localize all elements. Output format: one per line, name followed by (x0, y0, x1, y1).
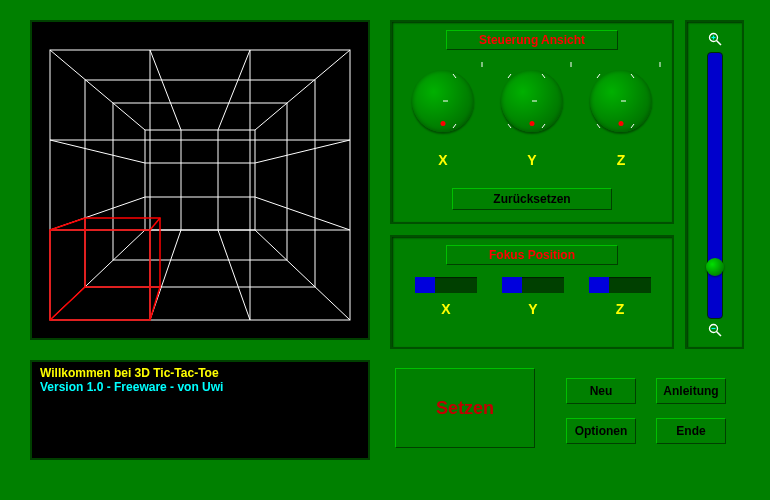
svg-line-14 (150, 50, 181, 130)
svg-line-15 (218, 50, 250, 130)
zoom-in-icon[interactable] (708, 32, 722, 46)
svg-rect-23 (113, 103, 287, 260)
svg-line-28 (150, 287, 160, 320)
dial-x[interactable] (412, 70, 474, 132)
axis-z-label: Z (617, 152, 626, 168)
svg-line-21 (255, 197, 350, 230)
status-line2: Version 1.0 - Freeware - von Uwi (40, 380, 360, 394)
svg-line-2 (50, 50, 145, 130)
dial-z[interactable] (590, 70, 652, 132)
dial-z-wrap: Z (582, 62, 660, 162)
focus-x-label: X (407, 301, 485, 317)
neu-button[interactable]: Neu (566, 378, 636, 404)
svg-rect-0 (50, 50, 350, 320)
status-box: Willkommen bei 3D Tic-Tac-Toe Version 1.… (30, 360, 370, 460)
zoom-slider-track[interactable] (707, 52, 723, 319)
svg-line-18 (50, 140, 145, 163)
focus-row: X Y Z (392, 277, 672, 337)
svg-line-19 (255, 140, 350, 163)
axis-y-label: Y (527, 152, 536, 168)
zoom-out-icon[interactable] (708, 323, 722, 337)
game-viewport[interactable] (30, 20, 370, 340)
app-window: Willkommen bei 3D Tic-Tac-Toe Version 1.… (0, 0, 770, 500)
svg-line-25 (50, 218, 85, 230)
focus-y-bar[interactable] (502, 277, 564, 293)
svg-line-5 (255, 230, 350, 320)
focus-z: Z (581, 277, 659, 297)
svg-rect-1 (145, 130, 255, 230)
zoom-panel (685, 20, 744, 349)
focus-position-panel: Fokus Position X Y Z (390, 235, 674, 349)
cube-grid (30, 20, 370, 340)
zoom-slider-thumb[interactable] (706, 258, 724, 276)
focus-x: X (407, 277, 485, 297)
svg-line-26 (150, 218, 160, 230)
focus-y-label: Y (494, 301, 572, 317)
anleitung-button[interactable]: Anleitung (656, 378, 726, 404)
svg-line-17 (218, 230, 250, 320)
ende-button[interactable]: Ende (656, 418, 726, 444)
reset-view-button[interactable]: Zurücksetzen (452, 188, 612, 210)
svg-line-55 (716, 332, 721, 337)
focus-z-bar[interactable] (589, 277, 651, 293)
view-control-panel: Steuerung Ansicht X Y Z Zurücksetzen (390, 20, 674, 224)
dial-y-wrap: Y (493, 62, 571, 162)
dial-y[interactable] (501, 70, 563, 132)
focus-z-label: Z (581, 301, 659, 317)
setzen-button[interactable]: Setzen (395, 368, 535, 448)
axis-x-label: X (438, 152, 447, 168)
status-line1: Willkommen bei 3D Tic-Tac-Toe (40, 366, 360, 380)
focus-x-bar[interactable] (415, 277, 477, 293)
optionen-button[interactable]: Optionen (566, 418, 636, 444)
focus-title: Fokus Position (446, 245, 618, 265)
svg-line-27 (50, 287, 85, 320)
dial-x-wrap: X (404, 62, 482, 162)
dial-row: X Y Z (392, 62, 672, 152)
view-control-title: Steuerung Ansicht (446, 30, 618, 50)
svg-rect-22 (85, 80, 315, 287)
svg-line-3 (255, 50, 350, 130)
svg-line-51 (716, 41, 721, 46)
focus-y: Y (494, 277, 572, 297)
